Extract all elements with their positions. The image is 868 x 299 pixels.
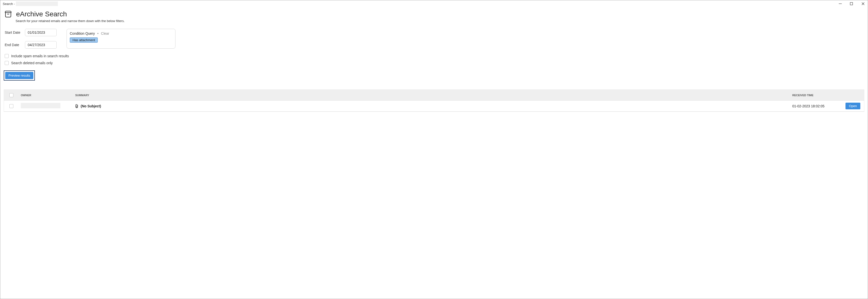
app-window: Search - eArchive Search [0,0,868,299]
attachment-icon [75,104,79,108]
select-all-checkbox[interactable] [9,93,13,97]
window-title-prefix: Search - [3,2,15,6]
column-header-summary[interactable]: Summary [73,94,792,97]
column-header-received[interactable]: Received Time [792,94,842,97]
titlebar: Search - [0,0,868,7]
preview-results-button[interactable]: Preview results [5,72,33,79]
window-maximize-button[interactable] [850,2,855,5]
condition-query-box[interactable]: Condition Query • Clear Has attachment [67,29,176,49]
search-deleted-label: Search deleted emails only [11,61,53,65]
page-title: eArchive Search [16,10,67,18]
table-header-row: Owner Summary Received Time [4,90,864,101]
owner-redacted [21,103,60,108]
page-subtitle: Search for your retained emails and narr… [16,19,864,23]
results-table: Owner Summary Received Time [4,89,864,112]
row-summary: (No Subject) [81,104,101,108]
clear-link[interactable]: Clear [101,31,109,35]
end-date-input[interactable] [25,41,57,49]
include-spam-checkbox[interactable] [5,54,9,58]
column-header-owner[interactable]: Owner [19,94,73,97]
dot-separator: • [97,31,98,35]
search-deleted-checkbox[interactable] [5,61,9,65]
end-date-label: End Date [5,43,22,47]
svg-rect-1 [850,2,852,5]
row-received-time: 01-02-2023 18:02:05 [792,104,842,108]
row-checkbox[interactable] [9,104,13,108]
include-spam-label: Include spam emails in search results [11,54,69,58]
preview-button-highlight: Preview results [4,71,35,81]
table-row: (No Subject) 01-02-2023 18:02:05 Open [4,101,864,112]
open-button[interactable]: Open [845,103,860,109]
start-date-label: Start Date [5,30,22,34]
window-close-button[interactable] [861,2,866,5]
condition-query-label: Condition Query [70,31,95,35]
archive-icon [4,10,12,19]
window-title-redacted [16,1,58,6]
start-date-input[interactable] [25,29,57,36]
content-area: eArchive Search Search for your retained… [0,7,868,299]
filter-chip-has-attachment[interactable]: Has attachment [70,37,98,43]
window-minimize-button[interactable] [839,2,843,5]
